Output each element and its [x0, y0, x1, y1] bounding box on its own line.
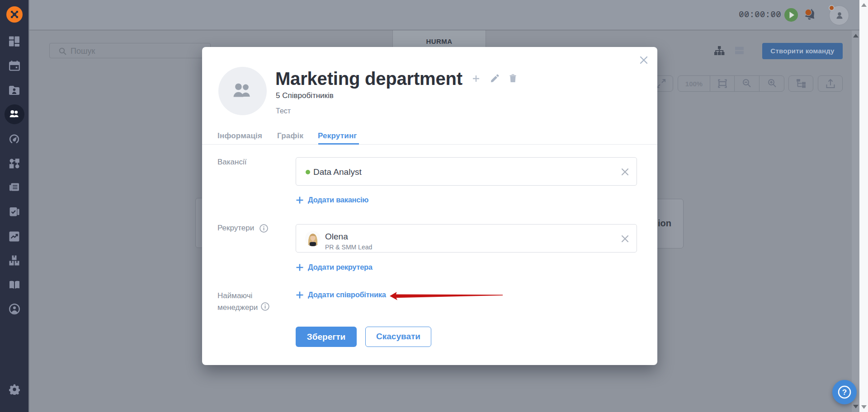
- vacancy-value: Data Analyst: [313, 167, 362, 177]
- recruiter-role: PR & SMM Lead: [325, 243, 372, 251]
- svg-text:?: ?: [842, 388, 847, 397]
- zoom-in-icon: [766, 78, 778, 89]
- add-employee-link[interactable]: Додати співробітника: [296, 290, 386, 299]
- timer-zero-slashes: [739, 10, 782, 20]
- sidebar-item-statistics[interactable]: [0, 226, 28, 246]
- page-scrollbar-up-arrow[interactable]: [853, 33, 859, 38]
- browser-scrollbar[interactable]: [859, 0, 868, 412]
- help-icon: ?: [837, 384, 852, 400]
- hiring-managers-label: Наймаючі: [217, 291, 252, 300]
- tree-layout-icon: [796, 79, 806, 89]
- settings-gear-icon: [9, 384, 20, 395]
- sidebar-item-tasks[interactable]: [0, 202, 28, 222]
- tab-information[interactable]: Інформація: [217, 131, 262, 140]
- inventory-icon: [9, 255, 20, 266]
- add-recruiter-link[interactable]: Додати рекрутера: [296, 263, 373, 272]
- fit-screen-button[interactable]: [710, 76, 735, 91]
- view-toggle-tree[interactable]: [714, 46, 725, 57]
- sidebar-item-inventory[interactable]: [0, 251, 28, 271]
- team-modal: Marketing department 5 Співробітників Те…: [202, 47, 657, 365]
- sidebar-item-workflow[interactable]: [0, 153, 28, 173]
- sidebar-item-news[interactable]: [0, 178, 28, 197]
- profile-icon: [9, 304, 20, 314]
- employee-folder-icon: [9, 85, 19, 95]
- export-icon: [825, 78, 836, 89]
- sidebar-item-employees[interactable]: [0, 80, 28, 100]
- vacancies-label: Вакансії: [217, 158, 246, 167]
- add-vacancy-label: Додати вакансію: [308, 196, 368, 204]
- news-icon: [9, 183, 19, 192]
- add-icon[interactable]: [472, 75, 480, 84]
- recruiter-photo-image: [305, 231, 321, 246]
- hurma-logo-icon: [6, 6, 23, 23]
- search-icon: [58, 47, 68, 56]
- teams-icon: [9, 109, 20, 120]
- sidebar-item-profile[interactable]: [0, 299, 28, 319]
- zoom-out-button[interactable]: [735, 76, 760, 91]
- scrollbar-up-arrow[interactable]: [861, 2, 867, 8]
- team-avatar-icon: [231, 81, 255, 102]
- sidebar-edge-shadow: [28, 0, 29, 412]
- sidebar-item-performance[interactable]: [0, 129, 28, 149]
- help-button[interactable]: ?: [832, 380, 857, 404]
- user-status-dot: [829, 5, 835, 11]
- recruiters-label: Рекрутери: [217, 224, 254, 233]
- modal-title: Marketing department: [275, 69, 462, 89]
- close-icon: [639, 55, 649, 65]
- sidebar-item-settings[interactable]: [0, 379, 28, 399]
- scrollbar-down-arrow[interactable]: [861, 404, 867, 410]
- vacancy-status-dot: [306, 170, 310, 174]
- view-toggle-list[interactable]: [735, 47, 744, 56]
- sidebar-item-teams[interactable]: [0, 104, 28, 124]
- tasks-icon: [9, 207, 19, 217]
- export-button[interactable]: [818, 75, 843, 92]
- page-scrollbar[interactable]: [852, 30, 859, 412]
- tab-schedule[interactable]: Графік: [277, 131, 303, 140]
- active-tab-underline: [318, 143, 359, 145]
- play-timer-button[interactable]: [784, 8, 798, 22]
- hiring-managers-label-2: менеджери: [217, 303, 258, 312]
- performance-gauge-icon: [9, 133, 20, 145]
- zoom-in-button[interactable]: [760, 76, 785, 91]
- save-button[interactable]: Зберегти: [296, 327, 357, 347]
- notifications-bell[interactable]: [803, 8, 818, 23]
- recruiter-name: Olena: [325, 232, 348, 242]
- add-recruiter-label: Додати рекрутера: [308, 263, 373, 272]
- zoom-out-icon: [741, 78, 753, 89]
- sidebar-item-knowledge-base[interactable]: [0, 275, 28, 295]
- tree-layout-button[interactable]: [788, 75, 813, 92]
- delete-trash-icon[interactable]: [509, 74, 516, 84]
- remove-vacancy-icon[interactable]: [621, 168, 629, 176]
- plus-icon: [296, 263, 304, 272]
- play-icon: [784, 8, 798, 22]
- edit-pencil-icon[interactable]: [491, 74, 499, 84]
- statistics-icon: [9, 231, 19, 242]
- edit-pencil-glyph: [491, 74, 499, 83]
- recruiters-info-icon[interactable]: [259, 224, 268, 233]
- create-team-button[interactable]: Створити команду: [762, 43, 843, 59]
- sidebar-item-calendar[interactable]: [0, 56, 28, 75]
- plus-icon: [296, 196, 304, 204]
- remove-recruiter-icon[interactable]: [621, 235, 629, 243]
- sitemap-icon: [714, 46, 725, 55]
- zoom-level-button[interactable]: 100%: [678, 76, 710, 91]
- page-scrollbar-down-arrow[interactable]: [853, 404, 859, 409]
- sidebar-item-dashboard[interactable]: [0, 31, 28, 51]
- calendar-icon: [9, 61, 20, 71]
- add-icon-glyph: [472, 75, 480, 82]
- tab-recruiting[interactable]: Рекрутинг: [318, 131, 357, 140]
- knowledge-base-icon: [9, 280, 20, 289]
- team-note: Тест: [276, 107, 291, 115]
- sidebar: [0, 0, 28, 412]
- vacancy-field[interactable]: Data Analyst: [296, 157, 637, 186]
- add-vacancy-link[interactable]: Додати вакансію: [296, 196, 368, 204]
- modal-close-button[interactable]: [639, 55, 649, 65]
- hurma-logo[interactable]: [0, 6, 28, 23]
- bell-icon: [803, 8, 818, 21]
- annotation-arrow: [384, 287, 511, 305]
- hiring-managers-info-icon[interactable]: [261, 302, 269, 311]
- search-input[interactable]: Пошук: [49, 43, 211, 58]
- org-root-label: HURMA: [426, 37, 453, 45]
- list-icon: [735, 47, 744, 55]
- cancel-button[interactable]: Скасувати: [365, 327, 431, 347]
